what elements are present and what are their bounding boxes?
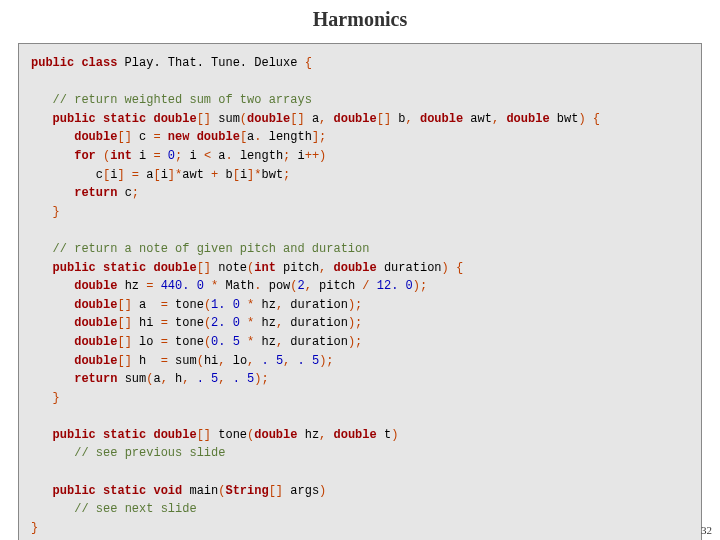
op: ]* — [168, 168, 182, 182]
kw: double — [334, 112, 377, 126]
kw: double — [254, 428, 297, 442]
txt: b — [391, 112, 405, 126]
txt: duration — [283, 316, 348, 330]
comment: // see next slide — [74, 502, 196, 516]
txt: c — [132, 130, 154, 144]
txt: length — [240, 149, 283, 163]
op: [] — [377, 112, 391, 126]
op: ; — [132, 186, 139, 200]
txt: hi — [204, 354, 218, 368]
num: 0 — [168, 149, 175, 163]
txt: tone — [168, 316, 204, 330]
op: ]; — [312, 130, 326, 144]
comment: // return weighted sum of two arrays — [53, 93, 312, 107]
txt: c — [117, 186, 131, 200]
txt: awt — [463, 112, 492, 126]
op: ( — [240, 112, 247, 126]
txt: pitch — [312, 279, 362, 293]
kw: public static double — [53, 428, 197, 442]
op: ++) — [305, 149, 327, 163]
op: ( — [204, 298, 211, 312]
txt: i — [132, 149, 154, 163]
txt: hz — [297, 428, 319, 442]
op: ) — [442, 261, 449, 275]
txt: tone — [168, 335, 204, 349]
op: ; — [283, 168, 290, 182]
op: . — [225, 149, 232, 163]
op: , — [305, 279, 312, 293]
txt: b — [218, 168, 232, 182]
kw: double — [74, 130, 117, 144]
txt: tone — [211, 428, 247, 442]
txt: duration — [283, 335, 348, 349]
txt: sum — [168, 354, 197, 368]
txt: i — [161, 168, 168, 182]
num: 12. 0 — [377, 279, 413, 293]
op: , — [406, 112, 413, 126]
op: ( — [204, 316, 211, 330]
op: [] — [117, 354, 131, 368]
op: ); — [348, 298, 362, 312]
op: , — [161, 372, 168, 386]
op: , — [247, 354, 254, 368]
kw: double — [506, 112, 549, 126]
page-number: 32 — [701, 524, 712, 536]
op: { — [305, 56, 312, 70]
kw: double — [74, 335, 117, 349]
op: , — [218, 372, 225, 386]
txt: h — [168, 372, 182, 386]
txt: t — [377, 428, 391, 442]
num: . 5 — [197, 372, 219, 386]
kw: double — [334, 261, 377, 275]
op: } — [53, 391, 60, 405]
op: ) — [391, 428, 398, 442]
txt: duration — [377, 261, 442, 275]
num: . 5 — [233, 372, 255, 386]
op: [] — [117, 316, 131, 330]
op: [] — [269, 484, 283, 498]
page-title: Harmonics — [0, 0, 720, 43]
code-block: public class Play. That. Tune. Deluxe { … — [18, 43, 702, 540]
op: = — [146, 279, 153, 293]
kw: new double — [168, 130, 240, 144]
op: [] — [117, 130, 131, 144]
num: 0. 5 — [211, 335, 240, 349]
op: [] — [117, 335, 131, 349]
op: [ — [153, 168, 160, 182]
op: ( — [290, 279, 297, 293]
kw: double — [74, 298, 117, 312]
txt: Play. That. Tune. Deluxe — [117, 56, 304, 70]
txt: lo — [132, 335, 161, 349]
num: 2. 0 — [211, 316, 240, 330]
op: , — [283, 354, 290, 368]
txt: bwt — [261, 168, 283, 182]
op: = — [153, 130, 160, 144]
op: ); — [319, 354, 333, 368]
op: { — [456, 261, 463, 275]
num: 1. 0 — [211, 298, 240, 312]
op: ); — [348, 316, 362, 330]
op: , — [319, 112, 326, 126]
kw: double — [420, 112, 463, 126]
kw: return — [74, 372, 117, 386]
op: , — [182, 372, 189, 386]
txt: a — [153, 372, 160, 386]
txt: pow — [269, 279, 291, 293]
txt: a — [139, 168, 153, 182]
txt: h — [132, 354, 161, 368]
op: ) — [319, 484, 326, 498]
op: . — [254, 279, 261, 293]
op: ); — [413, 279, 427, 293]
num: . 5 — [298, 354, 320, 368]
txt: a — [132, 298, 161, 312]
op: = — [161, 316, 168, 330]
op: } — [53, 205, 60, 219]
txt: hz — [117, 279, 146, 293]
op: ( — [197, 354, 204, 368]
txt: hz — [254, 316, 276, 330]
txt: pitch — [276, 261, 319, 275]
op: [ — [240, 130, 247, 144]
op: < — [204, 149, 211, 163]
op: ]* — [247, 168, 261, 182]
txt: a — [211, 149, 225, 163]
